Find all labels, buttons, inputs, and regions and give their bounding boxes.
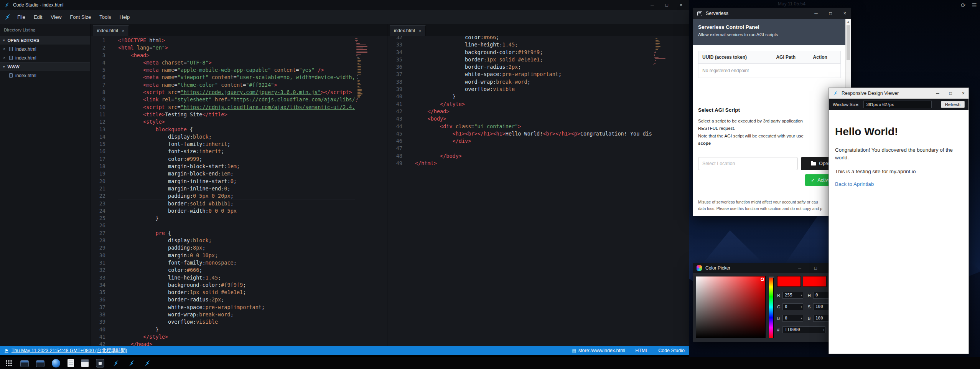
sidebar-section-www[interactable]: ▾WWW xyxy=(0,62,90,71)
hex-input[interactable]: ff0000 xyxy=(782,326,825,333)
code-studio-window: Code Studio - index.html ─ □ × FileEditV… xyxy=(0,0,689,355)
editor-pane: index.html × 323334353637383940414243444… xyxy=(387,24,689,346)
menu-help[interactable]: Help xyxy=(115,12,134,22)
serverless-panel-subtitle: Allow external services to run AGI scrip… xyxy=(698,32,845,37)
code-studio-3-icon[interactable] xyxy=(143,359,152,367)
window-app-2-icon[interactable] xyxy=(36,360,44,367)
window-app-1-icon[interactable] xyxy=(20,360,29,367)
refresh-icon[interactable]: ⟳ xyxy=(961,2,966,9)
status-language[interactable]: HTML xyxy=(635,348,648,353)
file-icon xyxy=(9,47,13,51)
menu-view[interactable]: View xyxy=(46,12,66,22)
serverless-title: Serverless xyxy=(706,11,728,16)
menu-edit[interactable]: Edit xyxy=(30,12,46,22)
sidebar-section-open-editors[interactable]: ▾OPEN EDITORS xyxy=(0,36,90,45)
maximize-icon[interactable]: □ xyxy=(814,266,817,270)
window-size-value[interactable]: 361px x 627px xyxy=(863,101,932,108)
menu-items: FileEditViewFont SizeToolsHelp xyxy=(13,12,134,22)
code-area[interactable]: color:#666; line-height:1.45; background… xyxy=(408,36,653,346)
page-link[interactable]: Back to Aprintlab xyxy=(835,181,962,187)
editor-tab[interactable]: index.html × xyxy=(390,25,426,36)
code-studio-1-icon[interactable] xyxy=(112,359,120,367)
sidebar-tree: ▾OPEN EDITORS×index.html×index.html▾WWWi… xyxy=(0,36,90,80)
serverless-warning: Misuse of serverless function might affe… xyxy=(698,199,841,212)
sidebar-header: Directory Listing xyxy=(0,24,90,36)
close-icon[interactable]: × xyxy=(843,11,846,16)
endpoint-table-header: UUID (access token)AGI PathAction xyxy=(698,51,841,64)
chevron-down-icon: ▾ xyxy=(3,38,5,42)
code-area[interactable]: <!DOCTYPE html><html lang="en"> <head> <… xyxy=(111,36,355,346)
minimize-icon[interactable]: ─ xyxy=(936,91,939,96)
text-editor-icon[interactable] xyxy=(68,359,74,367)
line-numbers: 1234567891011121314151617181920212223242… xyxy=(91,36,111,346)
app-launcher-icon[interactable] xyxy=(5,359,13,367)
viewer-toolbar: Window Size: 361px x 627px Refresh xyxy=(829,99,968,110)
sidebar: Directory Listing ▾OPEN EDITORS×index.ht… xyxy=(0,24,91,346)
tab-close-icon[interactable]: × xyxy=(122,28,124,33)
viewer-titlebar[interactable]: Responsive Design Viewer ─ □ × xyxy=(829,88,968,99)
sidebar-file-item[interactable]: ×index.html xyxy=(0,45,90,53)
hue-slider-handle[interactable] xyxy=(769,276,774,278)
maximize-icon[interactable]: □ xyxy=(665,2,668,8)
menu-font-size[interactable]: Font Size xyxy=(66,12,95,22)
status-file-path[interactable]: ▤ store:/www/index.html xyxy=(572,348,625,353)
close-file-icon[interactable]: × xyxy=(3,47,8,51)
maximize-icon[interactable]: □ xyxy=(949,91,952,96)
taskbar-icons xyxy=(5,359,152,367)
status-timestamp[interactable]: ⚑ Thu May 11 2023 21:54:48 GMT+0800 (台北標… xyxy=(5,347,127,354)
sidebar-file-item[interactable]: ×index.html xyxy=(0,53,90,62)
window-titlebar[interactable]: Code Studio - index.html ─ □ × xyxy=(0,0,689,10)
minimap[interactable] xyxy=(355,36,370,346)
browser-icon[interactable] xyxy=(52,359,60,367)
serverless-titlebar[interactable]: Serverless ─ □ × xyxy=(693,8,851,19)
window-size-label: Window Size: xyxy=(833,102,860,107)
color-picker-titlebar[interactable]: Color Picker ─ □ × xyxy=(693,263,836,273)
flag-icon: ⚑ xyxy=(5,348,8,353)
minimize-icon[interactable]: ─ xyxy=(651,2,654,8)
scroll-up-icon[interactable]: ▲ xyxy=(846,19,851,25)
tab-label: index.html xyxy=(394,28,415,33)
endpoint-table-empty-message: No registered endpoint xyxy=(698,64,841,78)
code-editor[interactable]: 323334353637383940414243444546474849 col… xyxy=(387,36,689,346)
minimize-icon[interactable]: ─ xyxy=(798,266,801,270)
refresh-button[interactable]: Refresh xyxy=(941,101,965,108)
file-manager-icon[interactable] xyxy=(81,359,89,367)
minimap[interactable] xyxy=(653,36,668,346)
plugin-app-icon[interactable] xyxy=(96,359,104,367)
chevron-down-icon: ▾ xyxy=(3,65,5,69)
status-app-name[interactable]: Code Studio xyxy=(658,348,685,353)
saturation-field[interactable] xyxy=(696,276,766,338)
code-studio-logo-icon xyxy=(833,90,838,96)
maximize-icon[interactable]: □ xyxy=(829,11,832,16)
code-studio-2-icon[interactable] xyxy=(127,359,136,367)
color-picker-title: Color Picker xyxy=(705,265,730,271)
minimize-icon[interactable]: ─ xyxy=(814,11,818,16)
sidebar-file-item[interactable]: index.html xyxy=(0,71,90,80)
check-icon: ✓ xyxy=(811,177,815,183)
page-paragraph: This is a testing site for my.aprint.io xyxy=(835,168,962,175)
menu-tools[interactable]: Tools xyxy=(95,12,115,22)
blue-input[interactable]: 0 xyxy=(782,315,803,322)
endpoint-table: UUID (access token)AGI PathAction No reg… xyxy=(698,51,841,78)
red-input[interactable]: 255 xyxy=(782,292,803,299)
storage-icon: ▤ xyxy=(572,348,576,353)
previous-color-swatch xyxy=(803,276,827,287)
menu-icon[interactable]: ☰ xyxy=(972,2,977,9)
close-icon[interactable]: × xyxy=(680,2,682,8)
code-editor[interactable]: 1234567891011121314151617181920212223242… xyxy=(91,36,387,346)
green-input[interactable]: 0 xyxy=(782,303,803,310)
tab-close-icon[interactable]: × xyxy=(419,28,421,33)
editor-tab[interactable]: index.html × xyxy=(93,25,129,36)
code-studio-logo-icon xyxy=(4,2,10,8)
editor-pane: index.html × 123456789101112131415161718… xyxy=(91,24,387,346)
desktop-clock: May 11 05:54 xyxy=(778,1,805,7)
serverless-panel-title: Serverless Control Panel xyxy=(698,24,845,30)
menu-file[interactable]: File xyxy=(13,12,30,22)
hue-slider[interactable] xyxy=(769,276,774,338)
close-file-icon[interactable]: × xyxy=(3,56,8,60)
select-location-input[interactable] xyxy=(698,157,798,170)
line-numbers: 323334353637383940414243444546474849 xyxy=(387,36,408,346)
scrollbar-thumb[interactable] xyxy=(847,25,850,60)
close-icon[interactable]: × xyxy=(962,91,965,96)
saturation-cursor[interactable] xyxy=(761,278,764,281)
